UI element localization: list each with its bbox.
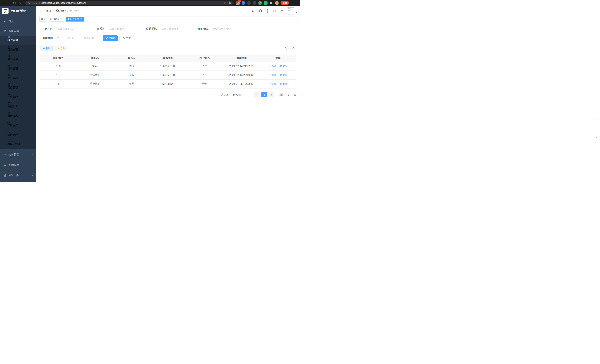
delete-link[interactable]: 删除	[280, 73, 287, 77]
sidebar-item-label: 在线用户	[7, 124, 18, 127]
contact-label: 联系人	[92, 27, 105, 31]
delete-link[interactable]: 删除	[280, 64, 287, 68]
user-avatar[interactable]	[287, 7, 294, 14]
trash-icon	[280, 65, 282, 67]
sidebar-item-error-code[interactable]: 错误码管理	[0, 140, 36, 149]
add-button[interactable]: 新增	[40, 46, 53, 51]
help-icon[interactable]: ?	[264, 8, 271, 14]
sidebar-item-label: 角色管理	[7, 57, 18, 60]
extensions-puzzle-icon[interactable]	[269, 1, 273, 5]
calendar-icon	[57, 37, 60, 39]
app-title: 芋道管理系统	[10, 9, 26, 13]
sidebar-item-menu[interactable]: 菜单管理	[0, 64, 36, 74]
audit-log-icon	[7, 112, 10, 114]
export-button[interactable]: 导出	[55, 46, 67, 51]
edit-link[interactable]: 修改	[268, 73, 276, 77]
update-label: 更新	[282, 1, 287, 4]
share-icon[interactable]	[223, 1, 227, 5]
chevron-down-icon	[32, 164, 34, 166]
contact-input[interactable]	[107, 26, 140, 32]
browser-update-button[interactable]: 更新	[281, 1, 289, 5]
code-icon	[7, 140, 10, 143]
sidebar-item-audit-log[interactable]: 审计日志	[0, 112, 36, 121]
security-label: 不安全	[31, 1, 38, 4]
back-icon[interactable]	[2, 0, 7, 6]
tenant-name-input[interactable]	[55, 26, 88, 32]
caret-down-icon[interactable]: ▾	[296, 11, 297, 14]
status-select[interactable]: 请选择租户状态	[211, 26, 245, 32]
github-icon[interactable]	[257, 8, 263, 14]
refresh-icon[interactable]	[12, 0, 17, 6]
breadcrumb-home[interactable]: 首页	[46, 9, 51, 13]
home-icon[interactable]	[17, 0, 22, 6]
question-glyph: ?	[267, 10, 268, 12]
phone-input[interactable]	[159, 26, 192, 32]
extension-badge: 10	[238, 0, 241, 3]
edit-link[interactable]: 修改	[268, 82, 276, 85]
chevron-right-icon	[271, 94, 273, 96]
goto-page-input[interactable]	[285, 92, 292, 97]
page-size-select[interactable]: 10条/页	[231, 92, 249, 97]
tab-tenant[interactable]: 租户管理 ×	[66, 17, 84, 21]
sidebar-item-notice[interactable]: 通知公告	[0, 102, 36, 112]
refresh-table-button[interactable]	[291, 46, 296, 51]
sidebar-item-role[interactable]: 角色管理	[0, 55, 36, 64]
create-time-label: 创建时间	[40, 37, 53, 40]
browser-toolbar: 不安全 dashboard.yudao.iocoder.cn/system/te…	[0, 0, 300, 6]
sidebar-item-sms[interactable]: 短信管理	[0, 131, 36, 140]
sidebar-item-devtools[interactable]: 研发工具	[0, 170, 36, 180]
font-size-icon[interactable]: tT	[278, 8, 285, 14]
breadcrumb-system[interactable]: 系统管理	[55, 9, 66, 13]
sidebar-item-infrastructure[interactable]: 基础设施	[0, 160, 36, 170]
sidebar-item-label: 通知公告	[7, 105, 18, 108]
search-icon[interactable]	[250, 8, 256, 14]
sidebar-fold-icon[interactable]	[39, 9, 43, 13]
sidebar-item-home[interactable]: 首页	[0, 16, 36, 27]
reset-button[interactable]: 重置	[120, 35, 134, 41]
search-button[interactable]: 搜索	[103, 35, 118, 41]
extension-icon-3[interactable]	[247, 1, 251, 5]
sidebar-item-post[interactable]: 岗位管理	[0, 83, 36, 93]
dictionary-icon	[7, 93, 10, 95]
extension-icon-6[interactable]	[264, 1, 268, 5]
close-icon[interactable]: ×	[80, 18, 82, 20]
page-number-button[interactable]: 1	[262, 92, 267, 97]
plus-icon	[42, 47, 45, 50]
app-logo[interactable]: 芋道管理系统	[0, 6, 36, 16]
extension-icon-2[interactable]	[242, 1, 245, 5]
menu-list-icon	[7, 64, 10, 67]
profile-avatar-icon[interactable]	[275, 1, 279, 5]
sidebar-item-system[interactable]: 系统管理	[0, 27, 36, 36]
tab-home[interactable]: 首页	[39, 17, 47, 21]
infrastructure-icon	[4, 164, 7, 166]
extension-icon-5[interactable]: ✓	[258, 1, 262, 5]
search-toggle-button[interactable]	[283, 46, 289, 51]
page-unit-label: 页	[294, 93, 296, 96]
sidebar-item-tenant[interactable]: 租户管理	[0, 36, 36, 45]
sidebar-item-online-users[interactable]: 在线用户	[0, 121, 36, 131]
tab-dept[interactable]: 部门管理 ×	[49, 17, 64, 21]
chevron-up-icon	[32, 30, 34, 32]
bookmark-star-icon[interactable]	[227, 1, 232, 5]
sidebar-item-payment[interactable]: ¥ 支付管理	[0, 149, 36, 160]
close-icon[interactable]: ×	[60, 18, 63, 20]
browser-menu-icon[interactable]: ⋮	[291, 2, 293, 4]
next-page-button[interactable]	[269, 92, 274, 97]
extension-icon-1[interactable]: 10	[236, 1, 240, 5]
sidebar-item-user[interactable]: 用户管理	[0, 45, 36, 55]
chevron-left-icon	[256, 94, 258, 96]
prev-page-button[interactable]	[254, 92, 260, 97]
delete-link[interactable]: 删除	[280, 82, 287, 85]
fullscreen-icon[interactable]	[271, 8, 278, 14]
sidebar-item-dict[interactable]: 字典管理	[0, 93, 36, 102]
sidebar-item-dept[interactable]: 部门管理	[0, 74, 36, 83]
sidebar-item-label: 研发工具	[9, 174, 19, 177]
date-range-picker[interactable]: 开始日期 - 结束日期	[55, 35, 99, 41]
edit-link[interactable]: 修改	[268, 64, 276, 68]
pencil-icon	[268, 74, 271, 76]
extension-icon-4[interactable]	[253, 1, 256, 5]
address-bar[interactable]: 不安全 dashboard.yudao.iocoder.cn/system/te…	[25, 1, 233, 5]
tags-view-bar: 首页 部门管理 × 租户管理 ×	[36, 16, 300, 22]
phone-label: 联系手机	[144, 27, 157, 31]
table-row: 108 测试 测试 15601691300 关闭 2021-12-14 21:0…	[40, 62, 296, 71]
